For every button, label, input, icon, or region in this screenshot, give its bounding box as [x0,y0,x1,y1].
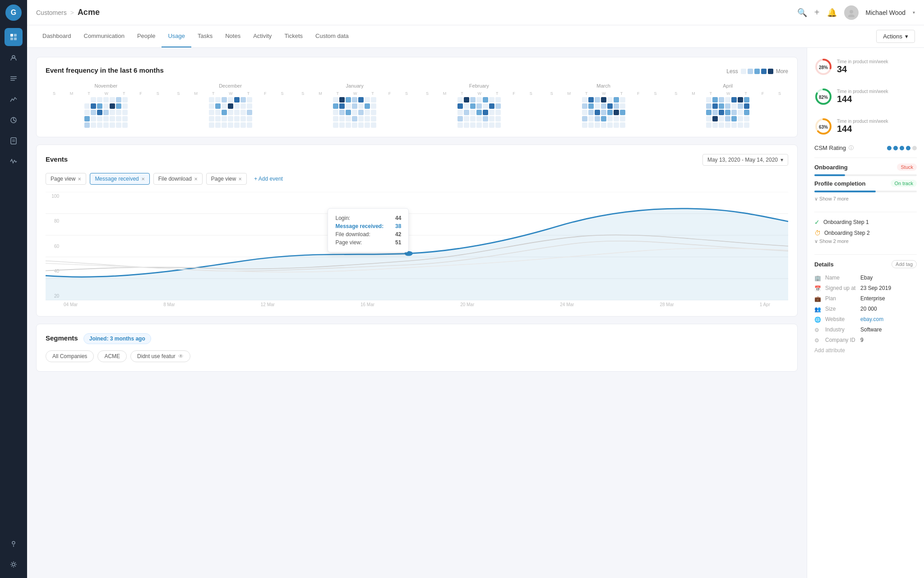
segment-tag-acme[interactable]: ACME [97,350,127,362]
heatmap-legend: Less More [726,68,788,75]
date-range-label: May 13, 2020 - May 14, 2020 [707,157,778,163]
sidebar-item-contacts[interactable] [5,49,23,67]
step-check-icon: ✓ [814,219,820,226]
svg-rect-5 [10,76,17,77]
onboarding-progress-fill [814,174,845,176]
segment-tag-didnt-use[interactable]: Didnt use featur 👁 [130,350,190,362]
tooltip-message: Message received: 38 [335,222,401,230]
breadcrumb-sep: > [70,9,74,16]
metric-info-2: Time in product min/week 144 [837,89,917,104]
detail-signup: 📅 Signed up at 23 Sep 2019 [814,283,917,294]
segment-tag-all-companies[interactable]: All Companies [46,350,94,362]
detail-company-id: ⚙ Company ID 9 [814,335,917,345]
add-tag-button[interactable]: Add tag [892,260,917,268]
tooltip-page-val: 51 [395,239,401,246]
show-more-1[interactable]: ∨ Show 7 more [814,196,917,202]
event-tag-pageview-1[interactable]: Page view ✕ [46,173,86,185]
svg-point-14 [12,563,15,566]
step-2: ⏱ Onboarding Step 2 [814,228,917,238]
tab-activity[interactable]: Activity [247,25,278,47]
event-tag-pageview-2[interactable]: Page view ✕ [206,173,247,185]
svg-rect-1 [14,34,17,37]
details-title: Details [814,261,834,268]
actions-chevron-icon: ▾ [905,33,908,40]
event-tag-message-received[interactable]: Message received ✕ [90,173,149,185]
main-content: Event frequency in the last 6 months Les… [27,48,807,578]
globe-icon: 🌐 [814,317,822,323]
month-november: November SMTWTFS [46,83,166,128]
tooltip-file: File download: 42 [335,230,401,238]
tooltip-login-val: 44 [395,215,401,221]
event-tag-file-download[interactable]: File download ✕ [153,173,203,185]
svg-rect-6 [10,78,17,79]
tooltip-file-val: 42 [395,231,401,238]
search-icon[interactable]: 🔍 [797,8,807,18]
detail-plan: 💼 Plan Enterprise [814,294,917,304]
tag-remove-icon[interactable]: ✕ [141,177,145,182]
legend-more: More [776,68,788,75]
plan-label: Plan [825,295,857,302]
size-value: 20 000 [860,306,877,312]
tab-usage[interactable]: Usage [162,25,191,47]
legend-boxes [741,69,773,74]
sidebar-item-tasks[interactable] [5,132,23,150]
add-attribute-link[interactable]: Add attribute [814,345,917,355]
bell-icon[interactable]: 🔔 [827,8,837,18]
nav-tabs: Dashboard Communication People Usage Tas… [27,25,924,48]
tag-remove-icon[interactable]: ✕ [78,177,81,182]
signup-label: Signed up at [825,285,857,291]
signup-value: 23 Sep 2019 [860,285,891,291]
name-value: Ebay [860,275,873,281]
nav-actions: Actions ▾ [876,30,915,43]
tooltip-page: Page view: 51 [335,238,401,247]
metric-value-3: 144 [837,124,917,134]
content-area: Event frequency in the last 6 months Les… [27,48,924,578]
month-december: December SMTWTFS [170,83,291,128]
legend-box-3 [761,69,767,74]
metric-info-3: Time in product min/week 144 [837,119,917,134]
event-tag-label: Message received [95,176,139,182]
details-section: Details Add tag 🏢 Name Ebay 📅 Signed up … [814,254,917,355]
csm-dot-4 [906,146,910,150]
sidebar-item-list[interactable] [5,70,23,88]
tag-remove-icon[interactable]: ✕ [238,177,242,182]
add-event-button[interactable]: + Add event [250,173,286,185]
segments-card: Segments Joined: 3 months ago All Compan… [36,324,798,372]
date-range-button[interactable]: May 13, 2020 - May 14, 2020 ▾ [702,154,788,166]
tab-communication[interactable]: Communication [78,25,131,47]
sidebar-item-settings[interactable] [5,555,23,573]
tab-custom-data[interactable]: Custom data [309,25,355,47]
actions-button[interactable]: Actions ▾ [876,30,915,43]
svg-rect-0 [10,34,13,37]
plan-value: Enterprise [860,295,885,302]
sidebar-item-health[interactable] [5,153,23,171]
briefcase-icon: 💼 [814,296,822,302]
user-chevron-icon[interactable]: ▾ [913,10,915,15]
show-more-2[interactable]: ∨ Show 2 more [814,238,917,244]
sidebar-item-reports[interactable] [5,90,23,108]
tab-tasks[interactable]: Tasks [191,25,219,47]
tab-people[interactable]: People [131,25,162,47]
sidebar-item-dashboard[interactable] [5,28,23,46]
add-icon[interactable]: + [814,7,820,18]
tab-notes[interactable]: Notes [219,25,247,47]
sidebar-logo[interactable]: G [5,5,22,21]
tooltip-msg-label: Message received: [335,223,383,229]
profile-row: Profile completion On track [814,180,917,187]
event-tags: Page view ✕ Message received ✕ File down… [46,173,788,185]
tag-remove-icon[interactable]: ✕ [194,177,198,182]
metric-value-1: 34 [837,64,917,75]
breadcrumb-parent[interactable]: Customers [36,9,67,16]
tab-tickets[interactable]: Tickets [278,25,309,47]
user-name-label[interactable]: Michael Wood [866,9,906,16]
step-2-label: Onboarding Step 2 [824,230,870,236]
heatmap-card: Event frequency in the last 6 months Les… [36,57,798,137]
name-label: Name [825,275,857,281]
chart-area: Login: 44 Message received: 38 File down… [46,192,788,300]
tab-dashboard[interactable]: Dashboard [36,25,78,47]
svg-text:28%: 28% [819,65,828,70]
onboarding-progress-bg [814,174,917,176]
sidebar-item-analytics[interactable] [5,111,23,129]
segment-tags: All Companies ACME Didnt use featur 👁 [46,350,788,362]
sidebar-item-light[interactable] [5,535,23,553]
